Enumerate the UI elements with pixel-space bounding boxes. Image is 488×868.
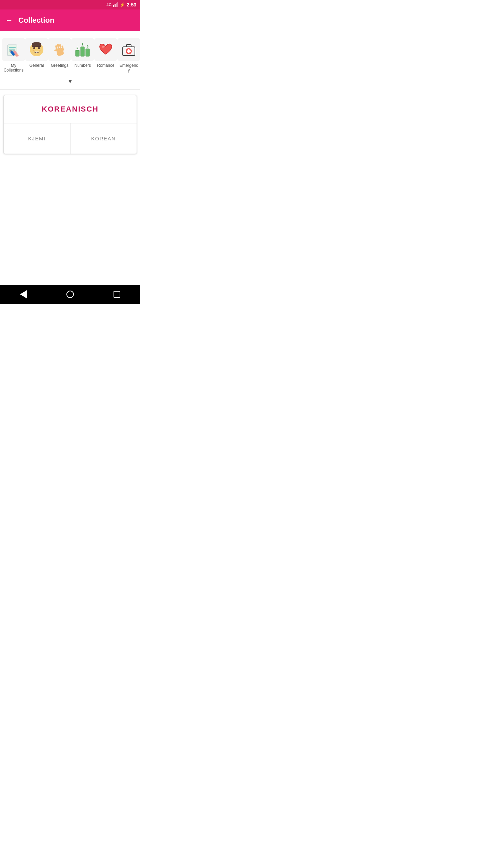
numbers-label: Numbers — [75, 63, 91, 68]
card-options-row: KJEMI KOREAN — [4, 123, 137, 154]
general-icon — [28, 41, 45, 58]
emergency-icon-wrap — [117, 38, 140, 61]
general-label: General — [29, 63, 44, 68]
category-item-my-collections[interactable]: My Collections — [3, 37, 24, 74]
status-bar: 4G ⚡ 2:53 — [0, 0, 140, 9]
card-option-kjemi[interactable]: KJEMI — [4, 123, 70, 154]
card-option-korean-label: KOREAN — [91, 136, 116, 141]
romance-label: Romance — [97, 63, 114, 68]
svg-text:3: 3 — [87, 45, 88, 48]
svg-text:1: 1 — [82, 43, 83, 46]
home-circle-icon — [66, 291, 74, 298]
category-item-general[interactable]: General — [26, 37, 47, 74]
greetings-icon-wrap — [48, 38, 71, 61]
my-collections-icon — [5, 41, 22, 58]
category-section: My Collections — [0, 31, 140, 90]
my-collections-icon-wrap — [2, 38, 25, 61]
romance-icon-wrap — [94, 38, 117, 61]
svg-point-18 — [40, 50, 41, 51]
card-option-kjemi-label: KJEMI — [28, 136, 46, 141]
numbers-icon: 2 1 3 — [75, 41, 91, 58]
greetings-icon — [52, 41, 68, 58]
recent-square-icon — [114, 291, 120, 298]
signal-bars-icon — [113, 2, 118, 7]
svg-rect-29 — [81, 47, 84, 56]
nav-home-button[interactable] — [60, 287, 80, 302]
svg-point-17 — [33, 50, 34, 51]
category-item-emergency[interactable]: Emergency — [118, 37, 140, 74]
nav-recent-button[interactable] — [107, 287, 127, 302]
time-label: 2:53 — [127, 2, 136, 7]
card-language-title: KOREANISCH — [42, 105, 99, 114]
back-triangle-icon — [20, 290, 27, 298]
svg-rect-20 — [32, 44, 41, 47]
numbers-icon-wrap: 2 1 3 — [71, 38, 94, 61]
greetings-label: Greetings — [51, 63, 68, 68]
emergency-label: Emergency — [119, 63, 139, 73]
battery-icon: ⚡ — [120, 2, 125, 7]
my-collections-label: My Collections — [3, 63, 24, 73]
category-item-romance[interactable]: Romance — [95, 37, 117, 74]
bottom-navigation — [0, 285, 140, 304]
svg-rect-3 — [117, 2, 118, 7]
svg-rect-31 — [86, 49, 89, 56]
card-option-korean[interactable]: KOREAN — [70, 123, 137, 154]
page-title: Collection — [18, 16, 54, 25]
svg-rect-2 — [116, 3, 117, 7]
emergency-icon — [121, 41, 137, 58]
category-row: My Collections — [3, 37, 138, 74]
nav-back-button[interactable] — [13, 287, 34, 302]
status-icons: 4G ⚡ 2:53 — [106, 2, 136, 7]
romance-icon — [98, 41, 114, 58]
category-item-numbers[interactable]: 2 1 3 Numbers — [72, 37, 94, 74]
svg-point-16 — [38, 47, 40, 49]
svg-text:2: 2 — [77, 46, 78, 50]
category-item-greetings[interactable]: Greetings — [49, 37, 70, 74]
language-card: KOREANISCH KJEMI KOREAN — [3, 95, 137, 154]
signal-label: 4G — [106, 3, 111, 7]
header: ← Collection — [0, 9, 140, 31]
svg-rect-0 — [113, 5, 114, 7]
svg-rect-1 — [115, 4, 116, 7]
general-icon-wrap — [25, 38, 48, 61]
card-title-row: KOREANISCH — [4, 95, 137, 123]
svg-rect-38 — [127, 51, 131, 52]
chevron-down-icon[interactable]: ▾ — [68, 74, 72, 86]
svg-point-15 — [33, 47, 35, 49]
svg-rect-27 — [76, 50, 79, 56]
back-button[interactable]: ← — [5, 17, 13, 24]
